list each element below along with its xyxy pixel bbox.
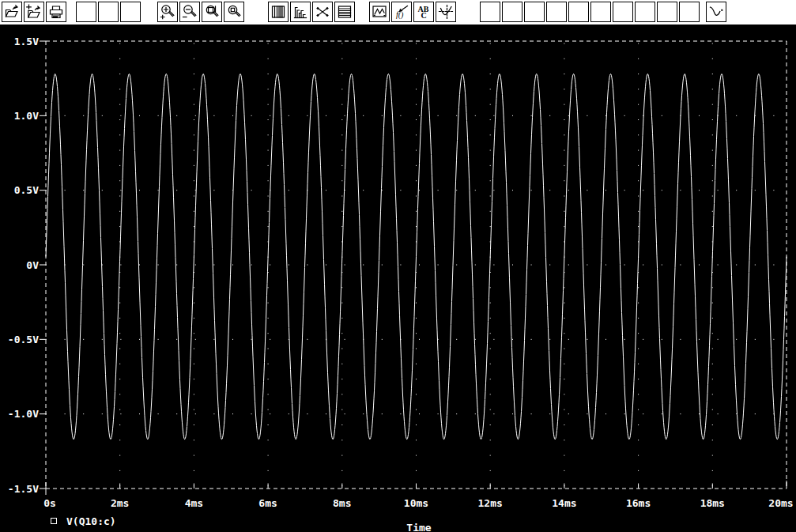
text-label-button[interactable]: ABC xyxy=(413,2,434,22)
legend-marker-open-square[interactable] xyxy=(51,518,57,524)
blank-button[interactable] xyxy=(635,2,655,22)
blank-button[interactable] xyxy=(480,2,500,22)
toolbar-group: f()ABC xyxy=(369,0,458,22)
log-y-axis-icon xyxy=(337,4,353,20)
toolbar: f()ABC xyxy=(0,0,796,25)
cursor-trough-icon xyxy=(708,4,724,20)
blank-button[interactable] xyxy=(120,2,141,22)
zoom-in-button[interactable] xyxy=(157,2,178,22)
open-icon xyxy=(4,4,20,20)
blank-button[interactable] xyxy=(568,2,589,22)
blank-button[interactable] xyxy=(524,2,545,22)
y-tick-label: -1.0V xyxy=(8,408,39,420)
zoom-fit-button[interactable] xyxy=(224,2,244,22)
log-x-axis-button[interactable] xyxy=(268,2,289,22)
x-tick-label: 20ms xyxy=(768,497,793,509)
x-tick-label: 0s xyxy=(43,497,56,509)
x-tick-label: 12ms xyxy=(478,497,503,509)
blank-button[interactable] xyxy=(502,2,522,22)
add-trace-icon xyxy=(372,4,387,20)
open-button[interactable] xyxy=(2,2,22,22)
toolbar-group xyxy=(157,0,246,22)
legend-label: V(Q10:c) xyxy=(66,515,116,527)
blank-button[interactable] xyxy=(76,2,96,22)
y-tick-label: 0.5V xyxy=(14,184,39,196)
blank-button[interactable] xyxy=(590,2,611,22)
text-label-icon: ABC xyxy=(416,4,432,20)
waveform-plot: 1.5V1.0V0.5V0V-0.5V-1.0V-1.5V0s2ms4ms6ms… xyxy=(0,25,796,532)
x-tick-label: 6ms xyxy=(258,497,277,509)
toggle-cursor-button[interactable] xyxy=(436,2,456,22)
x-axis-title: Time xyxy=(372,522,466,532)
x-tick-label: 14ms xyxy=(552,497,576,509)
y-tick-label: 1.0V xyxy=(14,110,39,122)
append-button[interactable] xyxy=(24,2,44,22)
toolbar-group xyxy=(706,0,728,22)
zoom-area-icon xyxy=(204,4,220,20)
toggle-cursor-icon xyxy=(438,4,454,20)
legend-item[interactable]: V(Q10:c) xyxy=(51,515,116,527)
svg-text:C: C xyxy=(421,11,427,20)
fft-button[interactable] xyxy=(290,2,311,22)
zoom-fit-icon xyxy=(226,4,242,20)
toolbar-group xyxy=(76,0,142,22)
blank-button[interactable] xyxy=(546,2,567,22)
x-tick-label: 2ms xyxy=(111,497,129,509)
fft-icon xyxy=(292,4,308,20)
add-trace-button[interactable] xyxy=(369,2,390,22)
plot-svg: 1.5V1.0V0.5V0V-0.5V-1.0V-1.5V0s2ms4ms6ms… xyxy=(0,25,796,532)
performance-analysis-icon xyxy=(315,4,330,20)
y-tick-label: 0V xyxy=(26,259,39,271)
x-tick-label: 8ms xyxy=(333,497,351,509)
toolbar-group xyxy=(268,0,357,22)
performance-analysis-button[interactable] xyxy=(312,2,333,22)
zoom-in-icon xyxy=(160,4,175,20)
blank-button[interactable] xyxy=(679,2,700,22)
zoom-area-button[interactable] xyxy=(202,2,222,22)
eval-goal-function-button[interactable]: f() xyxy=(391,2,412,22)
zoom-out-button[interactable] xyxy=(179,2,200,22)
toolbar-group xyxy=(2,0,68,22)
toolbar-group xyxy=(480,0,701,22)
x-tick-label: 16ms xyxy=(626,497,651,509)
blank-button[interactable] xyxy=(613,2,633,22)
log-y-axis-button[interactable] xyxy=(334,2,355,22)
blank-button[interactable] xyxy=(98,2,119,22)
blank-button[interactable] xyxy=(657,2,677,22)
trace-V(Q10:c) xyxy=(46,74,787,440)
eval-goal-function-icon: f() xyxy=(394,4,409,20)
zoom-out-icon xyxy=(182,4,198,20)
x-tick-label: 4ms xyxy=(185,497,203,509)
y-tick-label: -1.5V xyxy=(8,483,39,495)
x-tick-label: 18ms xyxy=(700,497,725,509)
print-icon xyxy=(48,4,64,20)
y-tick-label: -0.5V xyxy=(8,334,39,345)
log-x-axis-icon xyxy=(270,4,286,20)
y-tick-label: 1.5V xyxy=(14,36,39,47)
append-icon xyxy=(26,4,42,20)
x-tick-label: 10ms xyxy=(404,497,428,509)
cursor-trough-button[interactable] xyxy=(706,2,726,22)
print-button[interactable] xyxy=(46,2,66,22)
